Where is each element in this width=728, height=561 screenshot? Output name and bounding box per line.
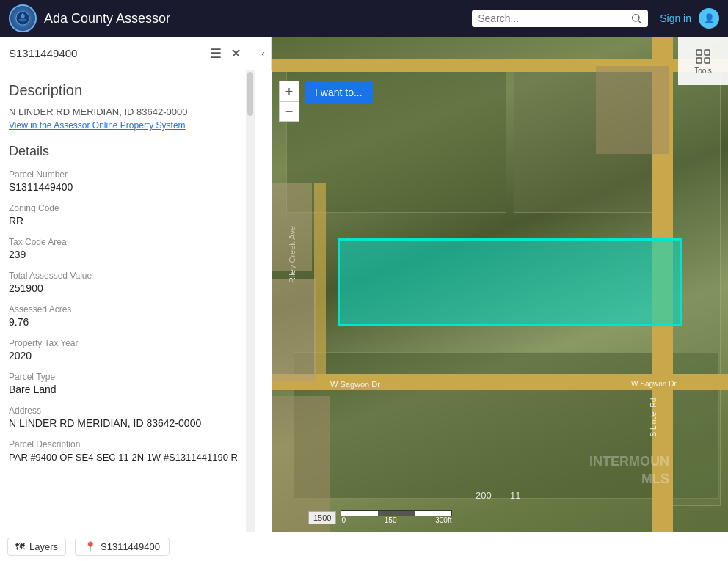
sagwon-dr-left-label: W Sagwon Dr [330, 380, 380, 389]
sign-in-link[interactable]: Sign in [660, 12, 691, 24]
tax-code-area-field: Tax Code Area 239 [9, 237, 247, 260]
map-area[interactable]: 200 11 Riley Creek Ave W Sagwon Dr W Sag… [272, 37, 728, 561]
address-label: Address [9, 406, 247, 416]
total-assessed-label: Total Assessed Value [9, 271, 247, 281]
scale-label-0: 0 [341, 516, 346, 524]
bottom-bar: 🗺 Layers 📍 S1311449400 [0, 532, 728, 561]
tax-code-area-label: Tax Code Area [9, 237, 247, 247]
address-field: Address N LINDER RD MERIDIAN, ID 83642-0… [9, 406, 247, 429]
svg-rect-5 [696, 58, 702, 63]
parcel-description-field: Parcel Description PAR #9400 OF SE4 SEC … [9, 439, 247, 464]
zoning-code-label: Zoning Code [9, 203, 247, 213]
search-bar[interactable] [472, 10, 648, 27]
map-watermark: INTERMOUN MLS [589, 453, 669, 488]
parcel-type-label: Parcel Type [9, 372, 247, 382]
svg-rect-4 [705, 50, 710, 55]
property-tax-year-field: Property Tax Year 2020 [9, 338, 247, 362]
scale-label-300: 300ft [435, 516, 451, 524]
parcel-tag[interactable]: 📍 S1311449400 [75, 538, 170, 556]
parcel-number-value: S1311449400 [9, 181, 247, 193]
tools-label: Tools [694, 67, 711, 75]
linder-rd-label: S Linder Rd [649, 398, 658, 437]
app-logo [9, 4, 37, 32]
app-header: Ada County Assessor Sign in 👤 [0, 0, 728, 37]
description-title: Description [9, 82, 247, 99]
residential-block-1 [272, 279, 316, 381]
assessed-acres-value: 9.76 [9, 316, 247, 328]
tools-panel: Tools [678, 37, 728, 85]
zoom-out-button[interactable]: − [279, 101, 299, 122]
parcel-number-label: Parcel Number [9, 169, 247, 180]
scale-seg-1 [341, 511, 378, 516]
address-value: N LINDER RD MERIDIAN, ID 83642-0000 [9, 417, 247, 429]
total-assessed-value: 251900 [9, 282, 247, 294]
panel-content: Description N LINDER RD MERIDIAN, ID 836… [0, 70, 255, 532]
property-address-line: N LINDER RD MERIDIAN, ID 83642-0000 [9, 106, 247, 117]
layers-label: Layers [29, 541, 58, 552]
panel-parcel-id: S1311449400 [9, 47, 205, 59]
zoom-in-button[interactable]: + [279, 81, 299, 101]
user-avatar[interactable]: 👤 [699, 8, 719, 29]
residential-block-2 [272, 183, 312, 271]
app-title: Ada County Assessor [44, 11, 472, 26]
parcel-desc-label: Parcel Description [9, 439, 247, 450]
scale-bar: 1500 0 150 300ft [308, 510, 452, 524]
sagwon-dr-right-label: W Sagwon Dr [631, 380, 677, 388]
search-input[interactable] [478, 12, 630, 24]
watermark-line1: INTERMOUN [589, 453, 669, 470]
zoning-code-field: Zoning Code RR [9, 203, 247, 227]
search-icon-button[interactable] [630, 12, 642, 24]
scale-line: 0 150 300ft [341, 510, 452, 524]
layers-map-icon: 🗺 [15, 541, 25, 552]
building-cluster [596, 66, 669, 154]
scroll-track[interactable] [246, 70, 255, 532]
back-arrow[interactable]: ‹ [255, 37, 272, 70]
svg-line-2 [638, 21, 641, 23]
parcel-tag-icon: 📍 [84, 541, 96, 552]
i-want-to-button[interactable]: I want to... [305, 81, 373, 104]
assessed-acres-field: Assessed Acres 9.76 [9, 304, 247, 328]
assessed-acres-label: Assessed Acres [9, 304, 247, 315]
scale-seg-3 [415, 511, 451, 516]
assessor-online-link[interactable]: View in the Assessor Online Property Sys… [9, 120, 247, 131]
property-tax-year-value: 2020 [9, 350, 247, 362]
svg-rect-6 [705, 58, 710, 63]
parcel-number-field: Parcel Number S1311449400 [9, 169, 247, 193]
scroll-thumb[interactable] [247, 72, 253, 116]
selected-parcel[interactable]: 200 11 [338, 238, 682, 326]
layers-button[interactable]: 🗺 Layers [7, 538, 66, 556]
total-assessed-field: Total Assessed Value 251900 [9, 271, 247, 294]
panel-menu-icon[interactable]: ☰ [205, 43, 226, 65]
watermark-line2: MLS [589, 471, 669, 488]
parcel-tag-label: S1311449400 [101, 541, 160, 552]
svg-point-1 [633, 15, 639, 21]
details-title: Details [9, 144, 247, 159]
parcel-type-field: Parcel Type Bare Land [9, 372, 247, 395]
panel-header: S1311449400 ☰ ✕ [0, 37, 255, 70]
scale-label-150: 150 [385, 516, 397, 524]
parcel-map-label: 200 11 [476, 490, 520, 501]
scale-ruler [341, 510, 452, 516]
property-tax-year-label: Property Tax Year [9, 338, 247, 348]
scale-value: 1500 [308, 511, 336, 524]
tools-button[interactable]: Tools [685, 43, 721, 79]
zoom-controls: + − [279, 81, 299, 122]
scale-labels: 0 150 300ft [341, 516, 451, 524]
svg-rect-3 [696, 50, 702, 55]
parcel-desc-value: PAR #9400 OF SE4 SEC 11 2N 1W #S13114411… [9, 451, 247, 464]
parcel-type-value: Bare Land [9, 384, 247, 395]
tax-code-area-value: 239 [9, 249, 247, 260]
zoning-code-value: RR [9, 215, 247, 227]
scale-seg-2 [378, 511, 415, 516]
riley-creek-ave-road [314, 183, 326, 389]
panel-close-icon[interactable]: ✕ [226, 43, 246, 65]
